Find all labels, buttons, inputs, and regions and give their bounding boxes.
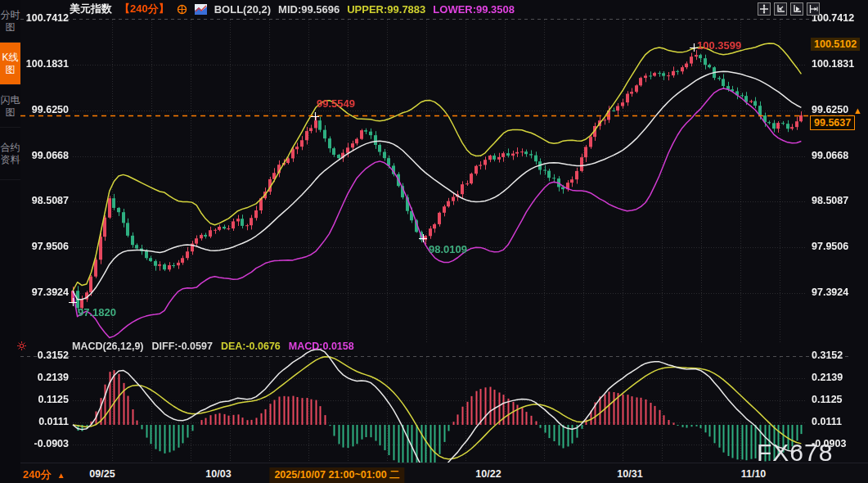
chart-header: 美元指数 【240分】 BOLL(20,2) MID:99.5696 UPPER… bbox=[20, 0, 868, 18]
pan-right-icon[interactable] bbox=[807, 2, 820, 16]
period-label: 240分 bbox=[23, 468, 52, 481]
macd-axis-label: 0.1125 bbox=[20, 394, 69, 405]
scale-left-icon[interactable] bbox=[774, 2, 787, 16]
y-axis-label: 97.9506 bbox=[20, 241, 69, 252]
app-window: { "header":{ "symbol":"美元指数", "period":"… bbox=[0, 0, 868, 483]
sidebar-tab-lightning-chart[interactable]: 闪电图 bbox=[0, 85, 20, 128]
y-axis-label: 97.3924 bbox=[20, 287, 69, 298]
macd-axis-label: 0.3152 bbox=[20, 350, 69, 361]
symbol-name: 美元指数 bbox=[70, 2, 112, 16]
x-axis-crosshair-date: 2025/10/07 21:00~01:00 二 bbox=[269, 467, 404, 483]
macd-hist-value: MACD:0.0158 bbox=[289, 341, 354, 352]
sidebar-tab-kline-chart[interactable]: K线图 bbox=[0, 43, 20, 85]
target-icon[interactable] bbox=[177, 4, 187, 15]
macd-axis-label: 0.2139 bbox=[20, 372, 69, 383]
y-axis-label: 100.1831 bbox=[20, 58, 69, 70]
x-axis-label: 11/10 bbox=[741, 468, 767, 480]
macd-diff-value: DIFF:-0.0597 bbox=[152, 341, 213, 352]
macd-axis-label: -0.0903 bbox=[20, 438, 69, 449]
macd-axis-label: 0.0111 bbox=[812, 416, 866, 427]
chart-thumbnail-icon[interactable] bbox=[195, 4, 207, 15]
session-high-badge: 100.5102 bbox=[811, 38, 860, 51]
macd-indicator-bar: MACD(26,12,9) DIFF:-0.0597 DEA:-0.0676 M… bbox=[72, 341, 354, 352]
chart-canvas[interactable] bbox=[0, 0, 868, 483]
last-price-box: 99.5637 bbox=[810, 115, 855, 130]
y-axis-label: 99.0668 bbox=[20, 150, 69, 161]
macd-axis-label: 0.1125 bbox=[812, 394, 866, 405]
price-up-arrow-icon: ▲ bbox=[853, 106, 862, 115]
y-axis-label: 99.0668 bbox=[812, 150, 866, 161]
price-annotation: 99.5549 bbox=[317, 97, 355, 110]
macd-axis-label: 0.0111 bbox=[20, 416, 69, 427]
x-axis-label: 09/25 bbox=[89, 468, 115, 480]
boll-mid-value: MID:99.5696 bbox=[278, 3, 340, 16]
sun-icon[interactable] bbox=[17, 341, 26, 350]
fx678-watermark: FX678 bbox=[757, 439, 833, 467]
period-selector[interactable]: 240分▲ bbox=[23, 467, 65, 482]
period-tag[interactable]: 【240分】 bbox=[119, 2, 169, 16]
sidebar-tab-contract-info[interactable]: 合约资料 bbox=[0, 128, 20, 180]
chart-toolbar bbox=[758, 2, 820, 16]
y-axis-label: 98.5087 bbox=[20, 195, 69, 206]
y-axis-label: 100.1831 bbox=[812, 58, 866, 70]
boll-lower-value: LOWER:99.3508 bbox=[433, 3, 515, 16]
x-axis-label: 10/03 bbox=[205, 468, 231, 480]
boll-upper-value: UPPER:99.7883 bbox=[347, 3, 425, 16]
macd-dea-value: DEA:-0.0676 bbox=[221, 341, 281, 352]
sidebar: 分时图 K线图 闪电图 合约资料 bbox=[0, 0, 20, 483]
price-annotation: 97.1820 bbox=[78, 306, 116, 318]
y-axis-label: 97.9506 bbox=[812, 241, 866, 252]
y-axis-label: 98.5087 bbox=[812, 195, 866, 206]
y-axis-label: 97.3924 bbox=[812, 287, 866, 298]
macd-axis-label: 0.3152 bbox=[812, 350, 866, 361]
boll-label: BOLL(20,2) bbox=[214, 3, 271, 16]
price-annotation: 100.3599 bbox=[697, 39, 741, 52]
scale-right-icon[interactable] bbox=[790, 2, 803, 16]
macd-title: MACD(26,12,9) bbox=[72, 341, 144, 352]
macd-axis-label: 0.2139 bbox=[812, 372, 866, 383]
y-axis-label: 99.6250 bbox=[20, 104, 69, 115]
crosshair-move-icon[interactable] bbox=[758, 2, 771, 16]
period-arrow-icon: ▲ bbox=[57, 471, 65, 480]
sidebar-tab-time-chart[interactable]: 分时图 bbox=[0, 0, 20, 43]
price-annotation: 98.0109 bbox=[429, 243, 467, 255]
x-axis-label: 10/22 bbox=[475, 468, 501, 480]
x-axis-label: 10/31 bbox=[617, 468, 642, 480]
